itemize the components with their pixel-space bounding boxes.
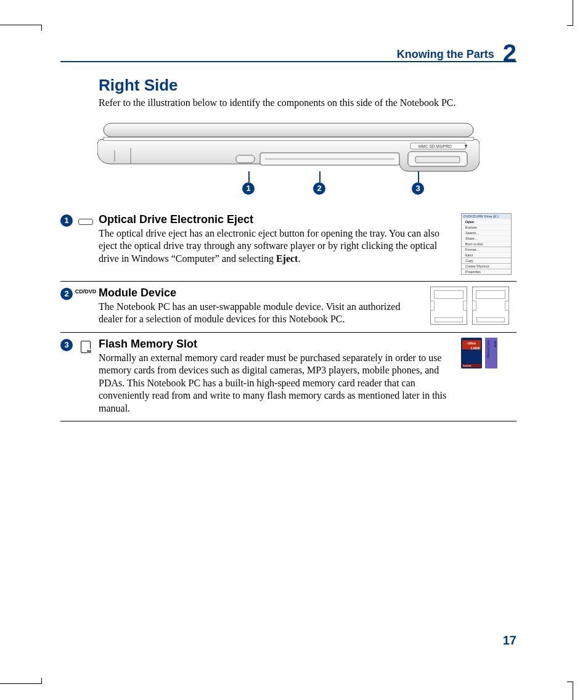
- crop-mark: [573, 682, 573, 700]
- memory-slot-label: MMC.SD.MS/PRO: [419, 144, 452, 149]
- eject-button-icon: [73, 213, 99, 226]
- page: Knowing the Parts 2 Right Side Refer to …: [0, 0, 588, 700]
- laptop-right-side-figure: MMC.SD.MS/PRO 1 2 3: [97, 121, 480, 200]
- context-menu-item: Share...: [462, 235, 511, 241]
- item-body: The optical drive eject has an electroni…: [99, 227, 455, 265]
- module-drives-illustration: [430, 287, 517, 325]
- item-body-text: The optical drive eject has an electroni…: [99, 228, 439, 264]
- mstick-label: MemoryStick: [486, 340, 490, 358]
- context-menu-item: Burn to disc: [462, 241, 511, 246]
- page-number-area: 17: [60, 633, 517, 648]
- chapter-number: 2: [503, 42, 517, 64]
- content-area: Knowing the Parts 2 Right Side Refer to …: [60, 38, 517, 421]
- svg-rect-2: [236, 155, 255, 163]
- callout-badge: 1: [242, 182, 255, 195]
- callout-leader: [319, 171, 321, 182]
- cd-dvd-icon: CD/DVD: [73, 287, 99, 295]
- item-number-badge: 3: [60, 339, 73, 351]
- context-menu-header: DVD/CD-RW Drive (E:): [462, 214, 511, 219]
- feature-item: 2 CD/DVD Module Device The Notebook PC h…: [60, 283, 517, 333]
- drive-outline-icon: [430, 287, 467, 325]
- memory-cards-illustration: Ultra1.0GB SanDisk MemoryStick SONY: [461, 338, 517, 368]
- item-number-badge: 1: [60, 214, 73, 227]
- sd-brand: Ultra: [467, 341, 476, 345]
- flash-memory-icon: [73, 338, 99, 354]
- context-menu-item: Create Shortcut: [462, 263, 511, 269]
- svg-rect-0: [104, 123, 473, 137]
- page-number: 17: [503, 633, 517, 647]
- callout-leader: [248, 171, 250, 182]
- context-menu-item: Search...: [462, 230, 511, 235]
- item-body-bold: Eject: [276, 253, 298, 264]
- context-menu-item: Explore: [462, 224, 511, 230]
- svg-rect-1: [104, 137, 473, 140]
- memory-stick-icon: MemoryStick SONY: [485, 338, 497, 368]
- sd-capacity: 1.0GB: [462, 346, 481, 351]
- crop-mark: [573, 0, 573, 26]
- crop-mark: [0, 25, 42, 25]
- feature-item: 3 Flash Memory Slot Normally an external…: [60, 334, 517, 421]
- item-title: Optical Drive Electronic Eject: [99, 213, 455, 226]
- item-body: Normally an external memory card reader …: [99, 352, 455, 415]
- feature-item: 1 Optical Drive Electronic Eject The opt…: [60, 210, 517, 282]
- callout-badge: 2: [313, 182, 325, 195]
- drive-outline-icon: [472, 287, 509, 325]
- context-menu-item: Copy: [462, 258, 511, 263]
- callout-leader: [418, 171, 419, 182]
- item-body-text: .: [298, 253, 300, 264]
- item-body: The Notebook PC has an user-swappable mo…: [99, 301, 424, 326]
- laptop-illustration: MMC.SD.MS/PRO: [97, 121, 480, 174]
- context-menu-item: Properties: [462, 269, 511, 274]
- sd-card-icon: Ultra1.0GB SanDisk: [461, 338, 482, 368]
- context-menu-item: Eject: [462, 252, 511, 258]
- sd-vendor: SanDisk: [462, 364, 481, 367]
- section-intro: Refer to the illustration below to ident…: [99, 97, 517, 108]
- crop-mark: [0, 683, 42, 684]
- figure-callouts: 1 2 3: [97, 171, 480, 200]
- item-title: Flash Memory Slot: [99, 338, 455, 351]
- chapter-header: Knowing the Parts 2: [60, 38, 517, 62]
- mstick-vendor: SONY: [494, 340, 497, 347]
- context-menu-illustration: DVD/CD-RW Drive (E:) Open Explore Search…: [461, 213, 517, 275]
- item-title: Module Device: [99, 287, 424, 299]
- callout-badge: 3: [412, 182, 424, 195]
- svg-rect-8: [415, 157, 460, 163]
- context-menu-item: Format...: [462, 246, 511, 252]
- context-menu-item: Open: [462, 219, 511, 224]
- chapter-title: Knowing the Parts: [397, 48, 494, 61]
- section-title: Right Side: [99, 76, 517, 95]
- item-number-badge: 2: [60, 288, 73, 300]
